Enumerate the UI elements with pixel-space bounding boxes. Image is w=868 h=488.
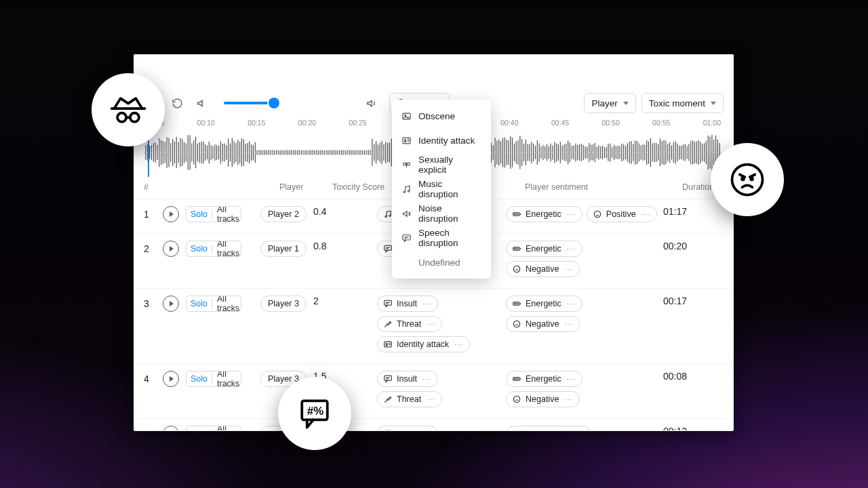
col-sentiment: Player sentiment bbox=[525, 182, 682, 192]
angry-face-badge bbox=[711, 143, 784, 216]
toxicity-types: Insult···Threat··· bbox=[377, 371, 506, 411]
sentiment-chip[interactable]: Negative··· bbox=[506, 391, 580, 407]
svg-point-1 bbox=[385, 216, 387, 217]
type-chip[interactable]: Insult··· bbox=[377, 296, 438, 312]
svg-point-28 bbox=[732, 165, 763, 195]
sentiment: Energetic···Negative··· bbox=[506, 296, 663, 336]
svg-point-2 bbox=[389, 215, 391, 216]
svg-point-24 bbox=[408, 190, 410, 192]
sentiment-chip[interactable]: Low-energy··· bbox=[506, 426, 591, 431]
menu-item[interactable]: Speech disruption bbox=[392, 226, 491, 250]
col-index: # bbox=[144, 182, 163, 192]
svg-rect-8 bbox=[384, 300, 392, 305]
toxicity-type-menu[interactable]: ObsceneIdentity attackSexually explicitM… bbox=[392, 100, 491, 279]
solo-toggle[interactable]: SoloAll tracks bbox=[186, 426, 241, 431]
player-chip[interactable]: Player 3 bbox=[260, 296, 307, 312]
svg-rect-13 bbox=[384, 375, 392, 380]
table-row: 4SoloAll tracksPlayer 31.5Insult···Threa… bbox=[134, 364, 733, 419]
solo-toggle[interactable]: SoloAll tracks bbox=[186, 206, 241, 222]
solo-toggle[interactable]: SoloAll tracks bbox=[186, 296, 241, 312]
player-select[interactable]: Player bbox=[584, 93, 635, 113]
svg-point-30 bbox=[751, 178, 753, 180]
svg-point-27 bbox=[130, 113, 139, 122]
menu-item[interactable]: Noise disruption bbox=[392, 201, 491, 226]
duration: 00:17 bbox=[663, 296, 724, 306]
sentiment-chip[interactable]: Energetic··· bbox=[506, 206, 583, 222]
toxic-moment-select-label: Toxic moment bbox=[649, 98, 705, 108]
chevron-down-icon bbox=[623, 102, 629, 105]
sentiment: Energetic···Positive··· bbox=[506, 206, 663, 226]
solo-toggle[interactable]: SoloAll tracks bbox=[186, 241, 241, 257]
volume-icon[interactable] bbox=[193, 94, 210, 112]
row-index: 2 bbox=[144, 241, 163, 254]
row-index: 5 bbox=[144, 426, 163, 431]
type-chip[interactable]: Threat··· bbox=[377, 391, 442, 407]
redo-icon[interactable] bbox=[168, 94, 186, 112]
type-chip[interactable]: Identity attack··· bbox=[377, 336, 470, 352]
solo-toggle[interactable]: SoloAll tracks bbox=[186, 371, 241, 387]
table-row: 5SoloAll tracksPlaInsult···Low-energy···… bbox=[134, 419, 733, 431]
sentiment-chip[interactable]: Negative··· bbox=[506, 261, 580, 277]
svg-rect-16 bbox=[384, 430, 392, 431]
svg-point-15 bbox=[513, 396, 519, 402]
svg-point-7 bbox=[513, 266, 519, 272]
svg-point-26 bbox=[117, 113, 126, 122]
sentiment: Energetic···Negative··· bbox=[506, 371, 663, 411]
sentiment: Energetic···Negative··· bbox=[506, 241, 663, 281]
sentiment-chip[interactable]: Positive··· bbox=[587, 206, 657, 222]
player-chip[interactable]: Player 1 bbox=[260, 241, 307, 257]
player-chip[interactable]: Player 2 bbox=[260, 206, 307, 222]
svg-rect-21 bbox=[403, 138, 410, 144]
svg-point-12 bbox=[513, 321, 519, 327]
type-chip[interactable]: Insult··· bbox=[377, 371, 438, 387]
table-row: 3SoloAll tracksPlayer 32Insult···Threat·… bbox=[134, 289, 733, 364]
toxicity-score: 0.4 bbox=[313, 206, 377, 217]
toxic-moment-select[interactable]: Toxic moment bbox=[642, 93, 724, 113]
svg-point-22 bbox=[404, 139, 406, 141]
svg-rect-25 bbox=[403, 235, 410, 240]
row-index: 4 bbox=[144, 371, 163, 384]
menu-item[interactable]: Undefined bbox=[392, 250, 491, 274]
duration: 01:17 bbox=[663, 206, 724, 217]
row-play-button[interactable] bbox=[163, 241, 179, 257]
menu-item[interactable]: Sexually explicit bbox=[392, 152, 491, 177]
svg-rect-5 bbox=[384, 245, 392, 250]
sentiment-chip[interactable]: Energetic··· bbox=[506, 371, 583, 387]
toxicity-score: 2 bbox=[313, 296, 377, 306]
col-player: Player bbox=[279, 182, 332, 192]
svg-point-29 bbox=[742, 178, 744, 180]
svg-point-10 bbox=[386, 343, 387, 344]
duration: 00:20 bbox=[663, 241, 724, 251]
row-play-button[interactable] bbox=[163, 426, 179, 431]
col-score: Toxicity Score bbox=[332, 182, 396, 192]
player-select-label: Player bbox=[591, 98, 617, 108]
toxicity-types: Insult···Threat···Identity attack··· bbox=[377, 296, 506, 357]
type-chip[interactable]: Insult··· bbox=[377, 426, 438, 431]
row-index: 1 bbox=[144, 206, 163, 220]
svg-rect-9 bbox=[384, 342, 392, 347]
duration: 00:12 bbox=[663, 426, 724, 431]
volume-full-icon[interactable] bbox=[362, 94, 380, 112]
volume-slider[interactable] bbox=[224, 102, 274, 104]
svg-text:#%: #% bbox=[307, 405, 323, 418]
sentiment-chip[interactable]: Energetic··· bbox=[506, 241, 583, 257]
incognito-badge bbox=[92, 73, 165, 146]
toxicity-score: 0.8 bbox=[313, 241, 377, 251]
type-chip[interactable]: Threat··· bbox=[377, 316, 442, 332]
duration: 00:08 bbox=[663, 371, 724, 382]
row-play-button[interactable] bbox=[163, 206, 179, 222]
profanity-badge: #% bbox=[278, 377, 351, 450]
row-play-button[interactable] bbox=[163, 371, 179, 387]
chevron-down-icon bbox=[711, 102, 716, 105]
sentiment: Low-energy···Negative··· bbox=[506, 426, 663, 431]
sentiment-chip[interactable]: Energetic··· bbox=[506, 296, 583, 312]
menu-item[interactable]: Obscene bbox=[392, 104, 491, 128]
svg-point-4 bbox=[594, 211, 600, 217]
sentiment-chip[interactable]: Negative··· bbox=[506, 316, 580, 332]
svg-point-23 bbox=[403, 191, 406, 193]
row-index: 3 bbox=[144, 296, 163, 309]
menu-item[interactable]: Music disruption bbox=[392, 177, 491, 201]
menu-item[interactable]: Identity attack bbox=[392, 128, 491, 152]
toxicity-types: Insult··· bbox=[377, 426, 506, 431]
row-play-button[interactable] bbox=[163, 296, 179, 312]
